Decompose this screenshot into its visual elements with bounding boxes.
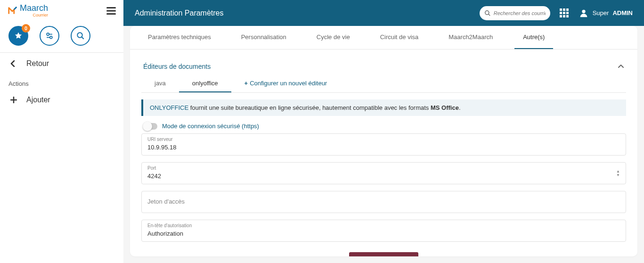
subtab-java[interactable]: java (141, 75, 179, 92)
tab-visa[interactable]: Circuit de visa (372, 26, 427, 49)
svg-rect-2 (106, 13, 116, 15)
banner-brand: ONLYOFFICE (150, 104, 188, 111)
svg-point-9 (582, 9, 585, 13)
favorites-badge: 0 (22, 24, 30, 33)
logo[interactable]: Maarch Courrier (8, 4, 48, 17)
auth-header-input[interactable] (147, 230, 620, 237)
section-title: Éditeurs de documents (143, 63, 211, 70)
actions-section-label: Actions (0, 74, 123, 89)
subtabs: java onlyoffice +Configurer un nouvel éd… (141, 75, 626, 93)
user-icon (579, 8, 589, 18)
auth-header-label: En-tête d'autorisation (147, 223, 620, 228)
topbar: Administration Paramètres Super ADMIN (123, 0, 644, 26)
section-header[interactable]: Éditeurs de documents (141, 56, 626, 75)
token-field[interactable]: Jeton d'accès (141, 191, 626, 213)
port-input[interactable] (147, 173, 620, 180)
card: Paramètres techniques Personnalisation C… (130, 26, 637, 256)
content: Paramètres techniques Personnalisation C… (123, 26, 644, 263)
port-field[interactable]: Port ▲▼ (141, 162, 626, 184)
main: Administration Paramètres Super ADMIN Pa… (123, 0, 644, 263)
favorites-button[interactable]: 0 (8, 26, 28, 46)
search-shortcut-button[interactable] (71, 26, 90, 46)
search-input[interactable] (494, 10, 546, 16)
svg-line-8 (488, 14, 490, 16)
user-name: ADMIN (612, 9, 633, 16)
tab-maarch2maarch[interactable]: Maarch2Maarch (440, 26, 501, 49)
uri-label: URI serveur (147, 137, 620, 142)
apps-icon[interactable] (560, 8, 569, 18)
back-link[interactable]: Retour (0, 53, 123, 74)
chevron-up-icon[interactable] (618, 64, 624, 69)
auth-header-field[interactable]: En-tête d'autorisation (141, 220, 626, 242)
plus-icon: + (245, 80, 248, 87)
sidebar-top: Maarch Courrier (0, 0, 123, 21)
search-icon (484, 10, 491, 16)
settings-shortcut-button[interactable] (40, 26, 59, 46)
svg-point-7 (485, 10, 489, 14)
main-tabs: Paramètres techniques Personnalisation C… (130, 26, 637, 49)
disable-editor-button[interactable]: Désactiver l'éditeur (349, 252, 418, 256)
token-label: Jeton d'accès (147, 198, 620, 205)
svg-rect-0 (106, 7, 116, 8)
tab-technical[interactable]: Paramètres techniques (139, 26, 220, 49)
svg-rect-1 (106, 10, 116, 11)
add-link[interactable]: Ajouter (0, 89, 123, 111)
user-menu[interactable]: Super ADMIN (579, 8, 633, 18)
back-label: Retour (26, 59, 49, 68)
search-box[interactable] (480, 6, 550, 20)
banner-tail: . (459, 104, 461, 111)
subtab-config-new[interactable]: +Configurer un nouvel éditeur (231, 75, 341, 92)
plus-icon (10, 97, 18, 103)
logo-text: Maarch Courrier (20, 4, 48, 17)
sidebar: Maarch Courrier 0 Retour Actions Ajo (0, 0, 123, 263)
page-title: Administration Paramètres (135, 9, 224, 17)
svg-point-4 (50, 36, 52, 39)
uri-input[interactable] (147, 144, 620, 151)
tab-lifecycle[interactable]: Cycle de vie (308, 26, 359, 49)
panel: Éditeurs de documents java onlyoffice +C… (130, 49, 637, 256)
https-toggle[interactable] (143, 123, 157, 130)
svg-point-3 (47, 33, 49, 35)
https-toggle-row: Mode de connexion sécurisé (https) (143, 123, 626, 130)
svg-line-6 (82, 37, 84, 39)
port-stepper[interactable]: ▲▼ (616, 169, 622, 178)
banner-mid: fournit une suite bureautique en ligne s… (188, 104, 431, 111)
tab-personalization[interactable]: Personnalisation (233, 26, 295, 49)
menu-toggle-icon[interactable] (106, 7, 116, 15)
logo-mark-icon (8, 6, 18, 16)
user-prefix: Super (593, 9, 609, 16)
https-toggle-label: Mode de connexion sécurisé (https) (162, 123, 259, 130)
subtab-onlyoffice[interactable]: onlyoffice (179, 75, 231, 92)
info-banner: ONLYOFFICE fournit une suite bureautique… (141, 99, 626, 116)
tab-other[interactable]: Autre(s) (514, 26, 553, 49)
uri-field[interactable]: URI serveur (141, 133, 626, 156)
shortcut-row: 0 (0, 21, 123, 52)
action-row: Désactiver l'éditeur (141, 248, 626, 256)
add-label: Ajouter (26, 96, 50, 104)
chevron-left-icon (10, 60, 18, 67)
port-label: Port (147, 165, 620, 171)
svg-point-5 (77, 33, 82, 38)
banner-bold: MS Office (431, 104, 459, 111)
